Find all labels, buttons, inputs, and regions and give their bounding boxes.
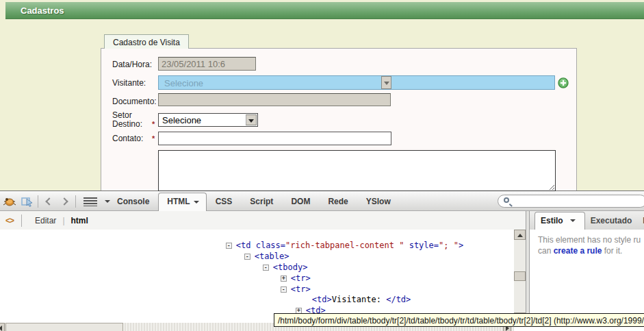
visitante-dropdown-button[interactable] bbox=[381, 76, 391, 89]
menu-icon[interactable] bbox=[83, 197, 97, 206]
html-tree: -<td class="rich-tabpanel-content " styl… bbox=[0, 230, 514, 317]
tab-estilo[interactable]: Estilo bbox=[534, 212, 585, 230]
tab-executado[interactable]: Executado bbox=[585, 212, 638, 230]
tree-node-td-visitante[interactable]: <td>Visitante: </td> bbox=[272, 285, 411, 296]
tab-script[interactable]: Script bbox=[241, 193, 282, 211]
tab-console[interactable]: Console bbox=[108, 193, 158, 211]
tab-label: Cadastro de Visita bbox=[113, 38, 180, 47]
xpath-status-tooltip: /html/body/form/div/table/tbody/tr[2]/td… bbox=[274, 313, 644, 327]
no-style-message-line2: can create a rule for it. bbox=[538, 246, 622, 256]
visitante-combobox[interactable]: Selecione bbox=[158, 75, 555, 90]
contato-input[interactable] bbox=[158, 132, 391, 145]
tree-node-td-collapsed[interactable]: +<td> bbox=[256, 296, 326, 307]
horizontal-scroll-thumb[interactable] bbox=[5, 323, 123, 331]
setor-destino-select[interactable]: Selecione bbox=[158, 113, 258, 127]
html-breadcrumb-row: <> Editar | html bbox=[0, 211, 527, 230]
tree-node-tr-collapsed[interactable]: +<tr> bbox=[241, 264, 311, 275]
toolbar-separator bbox=[38, 195, 38, 208]
chevron-down-icon bbox=[248, 119, 254, 123]
firebug-icon[interactable] bbox=[3, 195, 16, 208]
documento-field bbox=[158, 93, 391, 106]
tab-exibir[interactable]: Exib bbox=[637, 212, 644, 230]
page-title: Cadastros bbox=[21, 5, 64, 16]
cadastro-form-panel: Data/Hora: 23/05/2011 10:6 Visitante: Se… bbox=[101, 48, 577, 191]
tree-node-table[interactable]: -<table> bbox=[205, 242, 289, 253]
edit-button[interactable]: Editar bbox=[35, 216, 56, 225]
observacoes-textarea[interactable] bbox=[158, 150, 556, 191]
plus-circle-icon bbox=[558, 77, 569, 88]
back-button[interactable] bbox=[45, 197, 53, 205]
search-box[interactable] bbox=[498, 195, 644, 208]
data-hora-label: Data/Hora: bbox=[112, 60, 152, 69]
forward-button[interactable] bbox=[60, 197, 68, 205]
add-visitante-button[interactable] bbox=[558, 77, 569, 88]
documento-label: Documento: bbox=[112, 97, 157, 106]
no-style-message-line1: This element has no style ru bbox=[538, 235, 641, 245]
firebug-panel: Console HTML CSS Script DOM Rede YSlow <… bbox=[0, 191, 644, 331]
inspect-element-icon[interactable] bbox=[21, 195, 34, 208]
tab-html-caret-icon bbox=[194, 201, 199, 204]
tree-node-tr-expanded[interactable]: -<tr> bbox=[241, 275, 311, 286]
setor-destino-selected-value: Selecione bbox=[162, 115, 201, 125]
setor-destino-dropdown-button[interactable] bbox=[246, 114, 257, 125]
toolbar-separator bbox=[75, 195, 76, 208]
side-panel-tab-strip: Estilo Executado Exib bbox=[530, 211, 644, 230]
breadcrumb-separator: | bbox=[62, 216, 64, 225]
app-header-bar: Cadastros bbox=[5, 2, 644, 19]
setor-destino-label-line2: Destino: bbox=[112, 119, 142, 129]
scroll-up-button[interactable] bbox=[514, 230, 526, 240]
visitante-label: Visitante: bbox=[112, 78, 146, 88]
tree-node-tbody[interactable]: -<tbody> bbox=[223, 253, 307, 264]
search-icon bbox=[504, 197, 509, 203]
setor-destino-required-marker: * bbox=[152, 120, 155, 128]
tab-dom[interactable]: DOM bbox=[282, 193, 319, 211]
firebug-toolbar: Console HTML CSS Script DOM Rede YSlow bbox=[0, 192, 644, 211]
setor-destino-label-line1: Setor bbox=[112, 110, 132, 120]
tab-css[interactable]: CSS bbox=[207, 193, 242, 211]
create-a-rule-link[interactable]: create a rule bbox=[554, 246, 602, 256]
tab-html[interactable]: HTML bbox=[158, 193, 206, 211]
toolbar-separator bbox=[21, 214, 22, 227]
tree-node-td-tabpanel[interactable]: -<td class="rich-tabpanel-content " styl… bbox=[186, 231, 463, 242]
firebug-tab-strip: Console HTML CSS Script DOM Rede YSlow bbox=[108, 192, 400, 211]
tree-vertical-scrollbar[interactable] bbox=[514, 230, 526, 323]
triangle-up-icon bbox=[517, 234, 523, 237]
tab-yslow[interactable]: YSlow bbox=[357, 193, 400, 211]
vertical-scroll-thumb[interactable] bbox=[514, 271, 526, 281]
contato-required-marker: * bbox=[152, 134, 155, 143]
visitante-selected-value: Selecione bbox=[164, 78, 203, 88]
tab-rede[interactable]: Rede bbox=[319, 193, 357, 211]
tab-estilo-caret-icon bbox=[570, 219, 576, 222]
search-input[interactable] bbox=[513, 196, 640, 206]
triangle-left-icon bbox=[0, 326, 2, 331]
tab-cadastro-de-visita[interactable]: Cadastro de Visita bbox=[104, 34, 189, 49]
data-hora-field: 23/05/2011 10:6 bbox=[158, 57, 256, 71]
chevron-down-icon bbox=[384, 82, 389, 85]
breadcrumb-html-node[interactable]: html bbox=[71, 216, 88, 225]
screen: Cadastros Cadastro de Visita Data/Hora: … bbox=[0, 0, 644, 331]
scroll-left-button[interactable] bbox=[0, 323, 5, 331]
contato-label: Contato: bbox=[112, 134, 143, 143]
code-icon: <> bbox=[5, 216, 14, 225]
